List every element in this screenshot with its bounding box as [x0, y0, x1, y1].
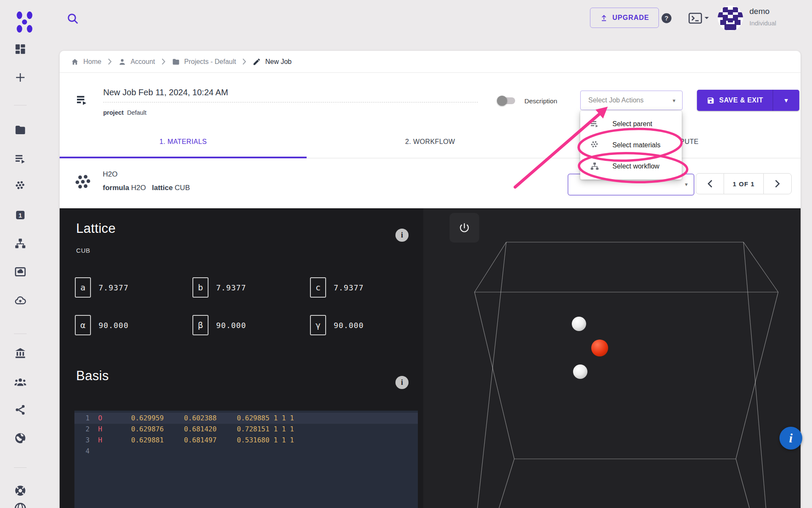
sidebar-divider: [14, 334, 27, 334]
atom-hydrogen: [573, 364, 587, 379]
menu-item-label: Select materials: [612, 141, 661, 149]
job-hierarchy-icon[interactable]: [75, 93, 89, 107]
unit-cell-wireframe: [423, 208, 801, 508]
chevron-right-icon: [162, 58, 165, 65]
menu-item-select-materials[interactable]: Select materials: [580, 135, 682, 156]
breadcrumb-account[interactable]: Account: [118, 58, 155, 66]
param-gamma-value[interactable]: 90.000: [334, 321, 364, 330]
sidebar-item-projects[interactable]: [14, 124, 27, 136]
power-icon: [458, 222, 470, 234]
terminal-icon: [689, 13, 702, 24]
sidebar-item-images[interactable]: [14, 265, 27, 278]
material-dots-icon: [72, 173, 94, 195]
sidebar-item-job-counter[interactable]: 1: [14, 209, 27, 221]
job-actions-label: Select Job Actions: [588, 97, 644, 104]
tab-materials[interactable]: 1. MATERIALS: [60, 125, 307, 158]
param-gamma-label: γ: [310, 315, 326, 335]
constraint-flags: 1 1 1: [274, 414, 294, 422]
coord-y: 0.681497: [184, 435, 237, 446]
sidebar-item-web[interactable]: [14, 432, 27, 444]
param-b-label: b: [192, 277, 208, 298]
lattice-param-beta: β 90.000: [192, 315, 246, 335]
material-pagination: 1 OF 1: [696, 173, 792, 194]
person-icon: [118, 58, 126, 66]
console-menu-button[interactable]: [689, 13, 709, 24]
mat3ra-logo[interactable]: [15, 11, 35, 33]
sidebar-item-explore[interactable]: [14, 502, 27, 508]
coord-z: 0.728151: [237, 424, 269, 435]
constraint-flags: 1 1 1: [274, 425, 294, 433]
sidebar-item-share[interactable]: [14, 403, 27, 416]
chevron-down-icon: ▾: [685, 181, 688, 188]
basis-info-icon[interactable]: i: [395, 376, 409, 389]
description-toggle[interactable]: [498, 97, 515, 104]
breadcrumb-home[interactable]: Home: [71, 58, 102, 66]
param-c-label: c: [310, 277, 326, 298]
upload-icon: [600, 14, 608, 22]
next-material-button[interactable]: [763, 173, 792, 194]
app-root: UPGRADE ?: [0, 0, 812, 508]
sidebar-item-support[interactable]: [14, 484, 27, 497]
lattice-info-icon[interactable]: i: [395, 229, 409, 242]
basis-title: Basis: [76, 368, 109, 384]
param-b-value[interactable]: 7.9377: [216, 283, 246, 292]
sidebar-item-materials[interactable]: [14, 180, 27, 193]
chevron-down-icon: ▾: [672, 97, 675, 104]
home-icon: [71, 58, 79, 66]
job-project: project Default: [103, 109, 146, 116]
coord-x: 0.629876: [131, 424, 184, 435]
formula-value: H2O: [131, 184, 146, 192]
lattice-label: lattice: [152, 184, 173, 192]
menu-item-select-workflow[interactable]: Select workflow: [580, 156, 682, 177]
element-symbol: H: [98, 435, 131, 446]
pagination-label: 1 OF 1: [724, 173, 763, 194]
param-a-label: a: [75, 277, 91, 298]
chevron-left-icon: [707, 179, 713, 188]
sidebar-item-team[interactable]: [14, 375, 27, 388]
editor-line: 3H0.6298810.6814970.5316801 1 1: [74, 435, 418, 446]
help-icon[interactable]: ?: [661, 12, 672, 24]
coord-z: 0.531680: [237, 435, 269, 446]
param-c-value[interactable]: 7.9377: [334, 283, 364, 292]
save-options-caret-button[interactable]: ▼: [773, 90, 799, 111]
menu-item-select-parent[interactable]: Select parent: [580, 113, 682, 135]
material-summary: formula H2O lattice CUB: [103, 184, 190, 192]
breadcrumb-current-new-job: New Job: [252, 58, 291, 66]
constraint-flags: 1 1 1: [274, 436, 294, 444]
param-a-value[interactable]: 7.9377: [99, 283, 129, 292]
upgrade-button[interactable]: UPGRADE: [590, 8, 659, 28]
sidebar-divider: [14, 467, 27, 468]
param-alpha-value[interactable]: 90.000: [99, 321, 129, 330]
menu-item-label: Select parent: [612, 120, 652, 128]
description-label: Description: [524, 97, 557, 105]
save-exit-button[interactable]: SAVE & EXIT: [697, 90, 773, 111]
chevron-right-icon: [242, 58, 246, 65]
sidebar-item-jobs[interactable]: [14, 152, 27, 165]
sidebar-item-institution[interactable]: [14, 347, 27, 359]
param-beta-label: β: [192, 315, 208, 335]
tab-workflow[interactable]: 2. WORKFLOW: [307, 125, 554, 158]
breadcrumb-projects[interactable]: Projects - Default: [172, 58, 236, 66]
sidebar-item-new[interactable]: [14, 71, 27, 84]
viewer-power-button[interactable]: [450, 213, 479, 243]
hierarchy-icon: [590, 119, 600, 129]
sidebar-item-workflows[interactable]: [14, 237, 27, 250]
viewer-info-button[interactable]: i: [779, 427, 802, 450]
job-actions-dropdown[interactable]: Select Job Actions ▾: [580, 91, 683, 110]
param-beta-value[interactable]: 90.000: [216, 321, 246, 330]
sidebar-item-dashboard[interactable]: [14, 43, 27, 55]
chevron-right-icon: [108, 58, 112, 65]
svg-text:1: 1: [19, 212, 22, 219]
sidebar-item-cloud-upload[interactable]: [14, 294, 27, 307]
lattice-type: CUB: [76, 247, 90, 254]
job-title-input[interactable]: New Job Feb 11, 2024, 10:24 AM: [103, 88, 478, 102]
search-icon[interactable]: [66, 12, 80, 25]
project-label: project: [103, 109, 123, 116]
breadcrumb: Home Account Projects - Default New Job: [60, 51, 801, 73]
previous-material-button[interactable]: [696, 173, 724, 194]
dots-icon: [590, 140, 600, 150]
editor-line: 4: [74, 446, 418, 457]
avatar[interactable]: [718, 6, 743, 31]
basis-code-editor[interactable]: 1O0.6299590.6023880.6298851 1 1 2H0.6298…: [74, 411, 418, 508]
line-number: 2: [74, 424, 90, 435]
